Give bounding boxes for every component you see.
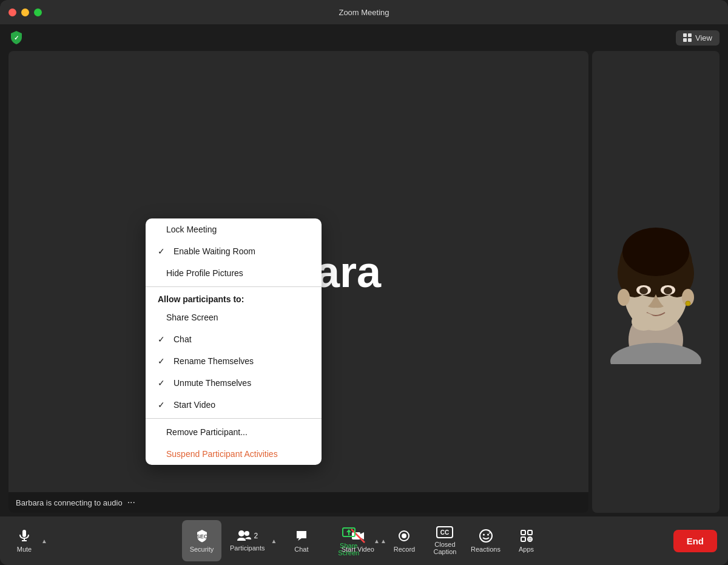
side-video: [592, 51, 720, 513]
menu-item-waiting-room[interactable]: Enable Waiting Room: [146, 240, 322, 262]
more-options-dots[interactable]: ···: [127, 497, 135, 508]
minimize-button[interactable]: [21, 8, 29, 16]
security-button[interactable]: SEC Security: [182, 520, 221, 561]
toolbar-center: SEC Security 2 Participants ▲: [182, 520, 546, 561]
svg-point-35: [487, 534, 489, 536]
maximize-button[interactable]: [34, 8, 42, 16]
svg-point-8: [622, 228, 689, 276]
main-area: ✓ View Barbara Barbara is connecting to …: [0, 24, 728, 516]
svg-point-33: [480, 530, 492, 542]
svg-point-34: [483, 534, 485, 536]
menu-divider-1: [146, 286, 322, 287]
svg-text:CC: CC: [440, 529, 449, 536]
svg-point-13: [639, 287, 648, 294]
menu-item-suspend-activities[interactable]: Suspend Participant Activities: [146, 443, 322, 465]
end-button[interactable]: End: [673, 530, 717, 552]
svg-point-9: [618, 289, 630, 306]
unmute-label: Unmute Themselves: [174, 378, 251, 388]
closed-caption-label: Closed Caption: [425, 541, 465, 555]
chat-icon: [294, 529, 309, 543]
view-button[interactable]: View: [676, 30, 720, 46]
mute-caret[interactable]: ▲: [40, 538, 51, 544]
toolbar: Mute ▲ Start Video ▲ SEC Security: [0, 516, 728, 565]
view-label: View: [695, 33, 712, 42]
svg-point-14: [664, 287, 672, 294]
svg-point-25: [238, 530, 244, 536]
mute-label: Mute: [17, 546, 32, 553]
apps-icon: [519, 529, 534, 543]
window-title: Zoom Meeting: [339, 8, 389, 17]
chat-label: Chat: [174, 334, 192, 344]
record-button[interactable]: Record: [385, 520, 424, 561]
share-screen-caret[interactable]: ▲: [372, 538, 383, 544]
apps-label: Apps: [519, 546, 534, 553]
svg-marker-28: [346, 529, 351, 535]
share-screen-label: Share Screen: [329, 542, 368, 557]
mute-icon: [17, 529, 32, 543]
security-label: Security: [190, 546, 214, 553]
menu-item-start-video[interactable]: Start Video: [146, 394, 322, 416]
reactions-label: Reactions: [471, 546, 500, 553]
shield-status-icon: ✓: [8, 30, 24, 46]
security-icon: SEC: [195, 529, 209, 543]
share-screen-button[interactable]: Share Screen: [322, 520, 372, 561]
menu-divider-2: [146, 418, 322, 419]
reactions-button[interactable]: Reactions: [466, 520, 505, 561]
close-button[interactable]: [8, 8, 16, 16]
apps-button[interactable]: Apps: [507, 520, 546, 561]
reactions-icon: [479, 529, 493, 543]
start-video-label: Start Video: [174, 400, 215, 410]
video-container: Barbara Barbara is connecting to audio ·…: [0, 51, 728, 516]
security-dropdown: Lock Meeting Enable Waiting Room Hide Pr…: [146, 218, 322, 465]
traffic-lights: [8, 8, 42, 16]
svg-point-16: [686, 301, 690, 306]
share-screen-group: Share Screen ▲: [322, 520, 383, 561]
top-bar: ✓ View: [0, 24, 728, 51]
svg-rect-36: [521, 530, 525, 535]
chat-button[interactable]: Chat: [281, 520, 321, 561]
share-screen-label: Share Screen: [166, 313, 218, 322]
closed-caption-icon: CC: [436, 526, 453, 538]
menu-item-chat[interactable]: Chat: [146, 328, 322, 350]
record-icon: [397, 529, 411, 543]
hide-pictures-label: Hide Profile Pictures: [166, 268, 243, 278]
chat-label: Chat: [294, 546, 308, 553]
svg-rect-18: [22, 530, 26, 537]
rename-label: Rename Themselves: [174, 356, 254, 366]
waiting-room-label: Enable Waiting Room: [174, 246, 255, 256]
mute-button[interactable]: Mute: [6, 524, 40, 558]
allow-participants-header: Allow participants to:: [146, 289, 322, 306]
participants-button[interactable]: 2 Participants: [223, 525, 269, 557]
svg-point-26: [244, 531, 249, 536]
share-screen-icon: [342, 525, 356, 540]
participant-photo: [598, 200, 713, 364]
closed-caption-button[interactable]: CC Closed Caption: [425, 520, 465, 561]
participants-label: Participants: [230, 544, 265, 552]
title-bar: Zoom Meeting: [0, 0, 728, 24]
menu-item-hide-pictures[interactable]: Hide Profile Pictures: [146, 262, 322, 284]
menu-item-lock-meeting[interactable]: Lock Meeting: [146, 218, 322, 240]
mute-group: Mute ▲: [6, 524, 51, 558]
svg-point-30: [402, 533, 406, 538]
participants-icon: [237, 530, 251, 542]
audio-status-text: Barbara is connecting to audio: [16, 498, 123, 507]
lock-meeting-label: Lock Meeting: [166, 225, 217, 234]
menu-item-unmute[interactable]: Unmute Themselves: [146, 372, 322, 394]
participants-group: 2 Participants ▲: [223, 520, 280, 561]
grid-icon: [683, 33, 692, 42]
remove-participant-label: Remove Participant...: [166, 427, 248, 437]
main-video-footer: Barbara is connecting to audio ···: [8, 492, 588, 513]
record-label: Record: [394, 546, 415, 553]
svg-text:SEC: SEC: [196, 533, 207, 540]
svg-rect-38: [521, 537, 525, 541]
menu-item-share-screen[interactable]: Share Screen: [146, 306, 322, 328]
menu-item-rename[interactable]: Rename Themselves: [146, 350, 322, 372]
participants-caret[interactable]: ▲: [270, 538, 281, 544]
svg-point-15: [632, 313, 656, 331]
menu-item-remove-participant[interactable]: Remove Participant...: [146, 421, 322, 443]
svg-text:✓: ✓: [14, 35, 19, 41]
svg-rect-37: [528, 530, 532, 535]
suspend-activities-label: Suspend Participant Activities: [166, 449, 278, 459]
